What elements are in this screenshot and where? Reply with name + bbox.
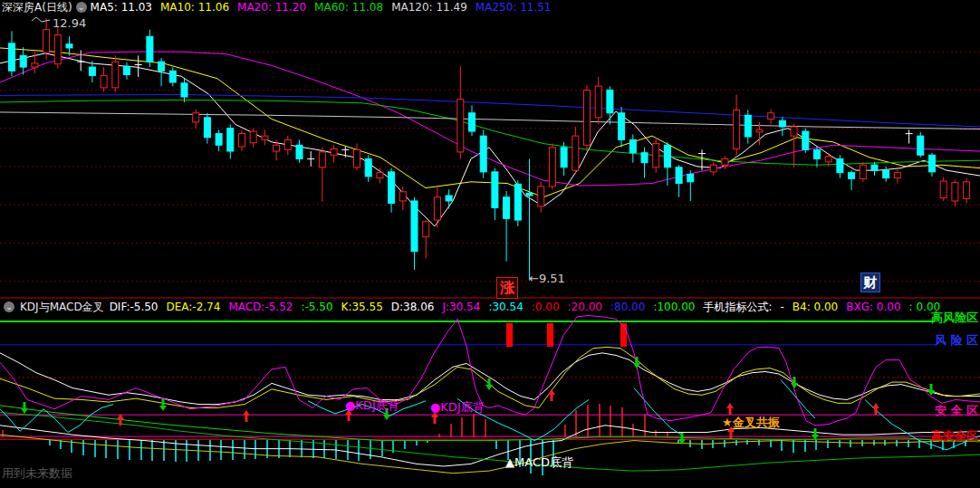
indicator-value-3: :-5.50 [301, 301, 332, 313]
ma-value-2: MA20: 11.20 [237, 1, 306, 14]
indicator-value-10: :80.00 [610, 301, 645, 313]
zone-label-risk: 风 险 区 [935, 334, 978, 347]
indicator-value-13: - [780, 301, 783, 313]
kdj-divergence-annotation-2: ●KDJ底背 [430, 401, 485, 414]
zone-label-high-safe: 高安全区 [931, 430, 978, 443]
zone-label-high-risk: 高风险区 [931, 311, 978, 324]
candlestick-chart-canvas[interactable] [0, 14, 980, 299]
future-data-warning: 用到未来数据 [2, 467, 72, 480]
low-price-label: ←9.51 [529, 273, 565, 285]
indicator-value-1: DEA:-2.74 [166, 301, 220, 313]
indicator-value-2: MACD:-5.52 [228, 301, 293, 313]
zone-label-safe: 安 全 区 [935, 405, 978, 417]
trading-app-window: 深深房A(日线) ⌄ MA5: 11.03MA10: 11.06MA20: 11… [0, 0, 980, 488]
indicator-value-5: D:38.06 [391, 301, 435, 313]
ma-value-1: MA10: 11.06 [160, 1, 229, 14]
wealth-stamp: 财 [860, 273, 880, 292]
indicator-value-15: BXG: 0.00 [846, 301, 900, 313]
gold-cross-resonance-annotation: ★金叉共振 [722, 416, 780, 429]
macd-divergence-annotation: ▲MACD底背 [505, 456, 573, 469]
ma-value-0: MA5: 11.03 [91, 1, 152, 14]
ma-value-3: MA60: 11.08 [314, 1, 383, 14]
indicator-value-4: K:35.55 [341, 301, 383, 313]
indicator-value-6: J:30.54 [442, 301, 480, 313]
main-gridlines [0, 52, 980, 298]
chevron-down-icon[interactable]: ⌄ [76, 2, 87, 13]
indicator-value-9: :20.00 [568, 301, 602, 313]
candlestick-series [9, 18, 970, 281]
ma-lines [0, 48, 980, 226]
high-price-label: 12.94 [53, 17, 86, 30]
high-price-pointer [32, 17, 50, 22]
kdj-lines [0, 316, 980, 426]
main-chart-header: 深深房A(日线) ⌄ MA5: 11.03MA10: 11.06MA20: 11… [0, 0, 980, 14]
resonance-columns [506, 323, 627, 347]
indicator-value-7: :30.54 [488, 301, 523, 313]
ma-value-list: MA5: 11.03MA10: 11.06MA20: 11.20MA60: 11… [91, 1, 560, 14]
chevron-down-icon-2[interactable]: ⌄ [4, 301, 14, 312]
kdj-divergence-annotation-1: ●KDJ底背 [345, 399, 399, 412]
ma-value-4: MA120: 11.49 [391, 1, 467, 14]
indicator-value-14: B4: 0.00 [793, 301, 838, 313]
indicator-value-11: :100.00 [653, 301, 695, 313]
indicator-value-8: :0.00 [532, 301, 560, 313]
rise-stamp: 涨 [496, 277, 518, 299]
indicator-value-list: DIF:-5.50DEA:-2.74MACD:-5.52:-5.50K:35.5… [110, 300, 949, 315]
indicator-header: ⌄ KDJ与MACD金叉 DIF:-5.50DEA:-2.74MACD:-5.5… [0, 299, 980, 315]
indicator-name: KDJ与MACD金叉 [20, 300, 104, 315]
indicator-panel-canvas[interactable] [0, 315, 980, 488]
indicator-value-12: 手机指标公式: [703, 301, 772, 313]
ma-value-5: MA250: 11.51 [476, 1, 552, 14]
indicator-value-0: DIF:-5.50 [110, 301, 159, 313]
